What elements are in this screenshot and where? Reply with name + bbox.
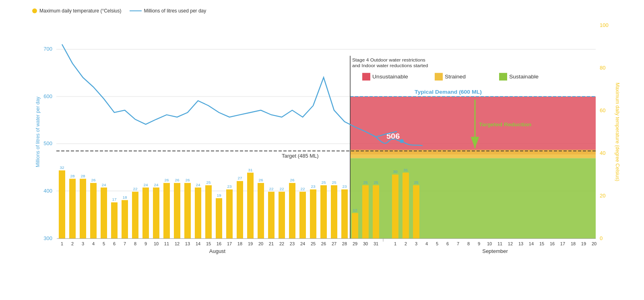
svg-rect-82	[392, 175, 398, 238]
legend-temp: Maximum daily temperature (°Celsius)	[32, 8, 122, 14]
svg-text:10: 10	[154, 242, 159, 247]
svg-rect-42	[174, 183, 180, 238]
svg-rect-84	[402, 173, 409, 238]
svg-text:6: 6	[113, 242, 116, 247]
svg-text:80: 80	[600, 65, 605, 71]
svg-text:26: 26	[164, 178, 169, 182]
svg-rect-86	[413, 185, 419, 239]
svg-rect-34	[132, 192, 138, 238]
svg-text:17: 17	[227, 242, 232, 247]
svg-text:2: 2	[71, 242, 74, 247]
water-line	[62, 44, 397, 137]
sustainable-zone	[350, 158, 596, 238]
svg-text:3: 3	[415, 242, 417, 247]
svg-text:August: August	[209, 249, 226, 254]
svg-text:2: 2	[405, 242, 407, 247]
typical-demand-label: Typical Demand (600 ML)	[415, 89, 482, 95]
svg-text:600: 600	[43, 94, 52, 99]
svg-rect-52	[226, 189, 233, 238]
strained-legend-label: Strained	[445, 74, 466, 80]
main-chart-svg: 300 400 500 600 700 Millions of litres o…	[32, 18, 620, 261]
svg-text:28: 28	[342, 242, 347, 247]
svg-text:6: 6	[446, 242, 449, 247]
svg-text:Maximum daily temperature (deg: Maximum daily temperature (degree Celsiu…	[615, 82, 620, 181]
annotation-text-line2: and Indoor water reductions started	[352, 63, 428, 68]
svg-text:32: 32	[60, 165, 64, 170]
svg-text:20: 20	[258, 242, 263, 247]
svg-text:3: 3	[82, 242, 84, 247]
svg-rect-30	[111, 202, 118, 238]
svg-text:100: 100	[600, 23, 609, 28]
svg-text:September: September	[482, 249, 508, 254]
svg-rect-50	[216, 198, 222, 238]
svg-text:400: 400	[43, 188, 52, 194]
svg-rect-48	[205, 185, 212, 239]
svg-text:24: 24	[143, 183, 148, 187]
svg-text:25: 25	[206, 180, 211, 185]
svg-text:23: 23	[342, 185, 347, 189]
svg-text:29: 29	[353, 242, 357, 247]
svg-text:23: 23	[311, 185, 315, 189]
unsustainable-legend-label: Unsustainable	[372, 74, 408, 80]
svg-text:26: 26	[185, 178, 190, 182]
svg-text:16: 16	[217, 242, 221, 247]
svg-rect-58	[258, 183, 264, 238]
svg-rect-64	[289, 183, 295, 238]
svg-text:1: 1	[394, 242, 396, 247]
svg-text:12: 12	[175, 242, 180, 247]
water-legend-label: Millions of litres used per day	[144, 8, 206, 14]
svg-text:700: 700	[43, 47, 52, 52]
svg-text:12: 12	[508, 242, 513, 247]
svg-rect-56	[247, 173, 254, 238]
svg-rect-54	[237, 181, 243, 238]
svg-text:12: 12	[353, 208, 357, 212]
svg-text:16: 16	[550, 242, 555, 247]
svg-text:20: 20	[600, 193, 605, 199]
svg-text:21: 21	[269, 242, 274, 247]
svg-rect-72	[331, 185, 337, 239]
chart-legend: Maximum daily temperature (°Celsius) Mil…	[32, 8, 620, 14]
svg-text:5: 5	[436, 242, 438, 247]
temp-dot-icon	[32, 8, 37, 13]
svg-rect-62	[279, 192, 285, 238]
svg-text:25: 25	[332, 180, 336, 185]
svg-text:4: 4	[425, 242, 428, 247]
svg-text:20: 20	[592, 242, 597, 247]
svg-text:11: 11	[164, 242, 169, 247]
svg-text:18: 18	[122, 195, 127, 199]
svg-text:15: 15	[539, 242, 544, 247]
targeted-reduction-label: Targeted Reduction	[479, 121, 531, 127]
svg-text:18: 18	[571, 242, 576, 247]
svg-text:18: 18	[237, 242, 242, 247]
svg-text:9: 9	[144, 242, 147, 247]
svg-text:15: 15	[206, 242, 211, 247]
unsustainable-zone	[350, 97, 596, 154]
svg-text:23: 23	[290, 242, 295, 247]
svg-text:24: 24	[101, 183, 106, 187]
svg-text:25: 25	[321, 180, 326, 185]
svg-text:19: 19	[248, 242, 253, 247]
svg-text:13: 13	[518, 242, 523, 247]
svg-rect-38	[153, 187, 159, 238]
svg-text:7: 7	[124, 242, 126, 247]
svg-text:28: 28	[70, 174, 74, 178]
svg-rect-46	[195, 187, 201, 238]
svg-rect-20	[59, 171, 65, 238]
svg-text:25: 25	[363, 180, 367, 185]
svg-text:28: 28	[80, 174, 85, 178]
svg-rect-80	[373, 185, 379, 239]
svg-text:9: 9	[478, 242, 480, 247]
svg-rect-44	[184, 183, 191, 238]
strained-legend-swatch	[435, 73, 443, 80]
svg-text:26: 26	[290, 178, 294, 182]
svg-text:31: 31	[403, 168, 408, 172]
svg-text:8: 8	[467, 242, 470, 247]
target-label: Target (485 ML)	[282, 154, 319, 159]
svg-text:60: 60	[600, 108, 605, 113]
svg-text:11: 11	[497, 242, 502, 247]
svg-rect-68	[310, 189, 316, 238]
annotation-text-line1: Stage 4 Outdoor water restrictions	[352, 57, 425, 62]
svg-text:19: 19	[217, 193, 221, 197]
water-line-icon	[130, 10, 142, 11]
svg-text:24: 24	[154, 183, 159, 187]
